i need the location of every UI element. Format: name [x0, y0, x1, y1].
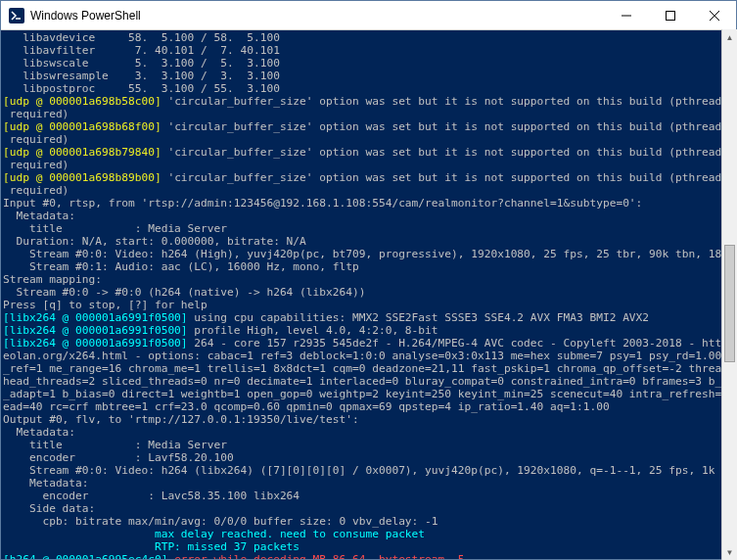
terminal-line: _adapt=1 b_bias=0 direct=1 weightb=1 ope…	[3, 388, 734, 400]
terminal-line: eolan.org/x264.html - options: cabac=1 r…	[3, 350, 734, 362]
scroll-down-button[interactable]: ▼	[722, 544, 737, 560]
powershell-window: Windows PowerShell libavdevice 58. 5.100…	[0, 0, 737, 560]
terminal-line: cpb: bitrate max/min/avg: 0/0/0 buffer s…	[3, 515, 734, 528]
window-title: Windows PowerShell	[30, 9, 604, 23]
terminal-line: libpostproc 55. 3.100 / 55. 3.100	[3, 82, 734, 95]
scroll-thumb[interactable]	[724, 245, 735, 362]
terminal-line: Metadata:	[3, 477, 734, 490]
scroll-track[interactable]	[722, 45, 737, 544]
svg-rect-2	[666, 11, 674, 20]
terminal-line: Side data:	[3, 502, 734, 515]
terminal-line: [libx264 @ 000001a6991f0500] using cpu c…	[3, 311, 734, 324]
terminal-line: [udp @ 000001a698b58c00] 'circular_buffe…	[3, 95, 734, 108]
terminal-line: Stream #0:0 -> #0:0 (h264 (native) -> h2…	[3, 286, 734, 299]
terminal-line: Input #0, rtsp, from 'rtsp://admin:12345…	[3, 197, 734, 210]
maximize-button[interactable]	[648, 1, 692, 29]
terminal-line: [h264 @ 000001a6995ec4c0] error while de…	[3, 553, 734, 559]
window-controls	[604, 1, 736, 29]
terminal-line: _ref=1 me_range=16 chroma_me=1 trellis=1…	[3, 362, 734, 375]
terminal-line: libavfilter 7. 40.101 / 7. 40.101	[3, 44, 734, 57]
terminal-line: [libx264 @ 000001a6991f0500] 264 - core …	[3, 337, 734, 350]
terminal-line: [udp @ 000001a698b89b00] 'circular_buffe…	[3, 171, 734, 184]
terminal-line: head_threads=2 sliced_threads=0 nr=0 dec…	[3, 375, 734, 388]
minimize-button[interactable]	[604, 1, 648, 29]
terminal-line: [udp @ 000001a698b68f00] 'circular_buffe…	[3, 120, 734, 133]
terminal-line: required)	[3, 108, 734, 120]
terminal-line: Metadata:	[3, 426, 734, 439]
terminal-line: [libx264 @ 000001a6991f0500] profile Hig…	[3, 324, 734, 337]
terminal-output[interactable]: libavdevice 58. 5.100 / 58. 5.100 libavf…	[1, 30, 736, 559]
terminal-line: Press [q] to stop, [?] for help	[3, 299, 734, 311]
scroll-up-button[interactable]: ▲	[722, 29, 737, 45]
app-icon	[9, 8, 24, 23]
terminal-line: libswresample 3. 3.100 / 3. 3.100	[3, 70, 734, 82]
terminal-line: encoder : Lavf58.20.100	[3, 451, 734, 464]
terminal-line: title : Media Server	[3, 222, 734, 235]
terminal-line: encoder : Lavc58.35.100 libx264	[3, 490, 734, 502]
terminal-line: required)	[3, 184, 734, 197]
terminal-line: max delay reached. need to consume packe…	[3, 528, 734, 540]
terminal-line: title : Media Server	[3, 439, 734, 451]
terminal-line: Stream #0:0: Video: h264 (High), yuvj420…	[3, 248, 734, 260]
terminal-line: RTP: missed 37 packets	[3, 540, 734, 553]
terminal-line: required)	[3, 159, 734, 171]
vertical-scrollbar[interactable]: ▲ ▼	[721, 29, 737, 560]
terminal-line: Output #0, flv, to 'rtmp://127.0.0.1:193…	[3, 413, 734, 426]
close-button[interactable]	[692, 1, 736, 29]
terminal-line: [udp @ 000001a698b79840] 'circular_buffe…	[3, 146, 734, 159]
terminal-line: Stream mapping:	[3, 273, 734, 286]
terminal-line: Stream #0:1: Audio: aac (LC), 16000 Hz, …	[3, 260, 734, 273]
terminal-line: Duration: N/A, start: 0.000000, bitrate:…	[3, 235, 734, 248]
terminal-line: libswscale 5. 3.100 / 5. 3.100	[3, 57, 734, 70]
terminal-line: required)	[3, 133, 734, 146]
terminal-line: ead=40 rc=crf mbtree=1 crf=23.0 qcomp=0.…	[3, 400, 734, 413]
terminal-line: Stream #0:0: Video: h264 (libx264) ([7][…	[3, 464, 734, 477]
terminal-line: libavdevice 58. 5.100 / 58. 5.100	[3, 31, 734, 44]
titlebar[interactable]: Windows PowerShell	[1, 1, 736, 30]
terminal-line: Metadata:	[3, 210, 734, 222]
